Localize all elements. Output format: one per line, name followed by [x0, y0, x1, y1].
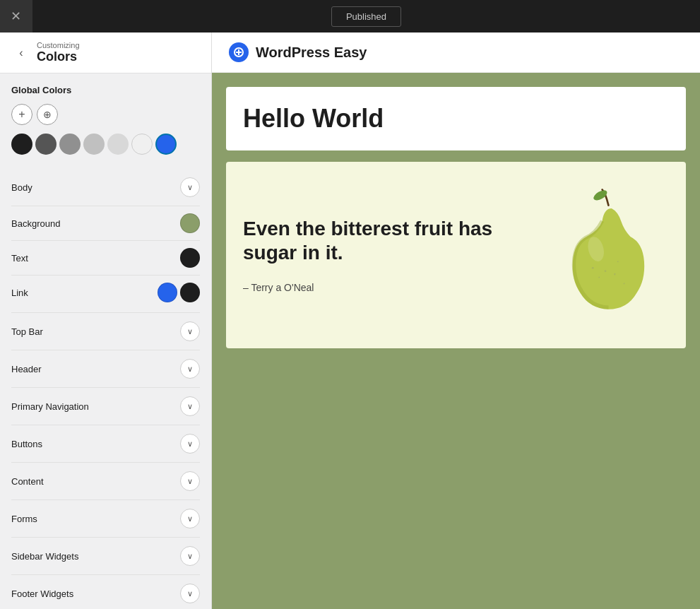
- swatch-darkgray[interactable]: [35, 134, 57, 155]
- site-title: WordPress Easy: [256, 45, 367, 61]
- hello-world-card: Hello World: [226, 87, 686, 150]
- header-header[interactable]: Header ∨: [11, 350, 200, 387]
- sidebar-widgets-label: Sidebar Widgets: [11, 551, 78, 562]
- quote-text-area: Even the bitterest fruit has sugar in it…: [243, 217, 528, 292]
- forms-section: Forms ∨: [11, 499, 200, 537]
- swatch-lightgray[interactable]: [83, 134, 105, 155]
- swatch-lighter[interactable]: [107, 134, 129, 155]
- text-color-swatch[interactable]: [180, 248, 200, 268]
- primary-navigation-header[interactable]: Primary Navigation ∨: [11, 388, 200, 425]
- link-color-swatch-2[interactable]: [180, 283, 200, 302]
- svg-point-8: [617, 261, 619, 262]
- sidebar-widgets-header[interactable]: Sidebar Widgets ∨: [11, 538, 200, 574]
- header-chevron[interactable]: ∨: [180, 359, 200, 379]
- header-label: Header: [11, 364, 42, 374]
- top-bar-label: Top Bar: [11, 326, 43, 337]
- buttons-chevron[interactable]: ∨: [180, 434, 200, 454]
- preview-site-header: WordPress Easy: [212, 32, 700, 73]
- svg-point-6: [598, 276, 600, 278]
- content-chevron[interactable]: ∨: [180, 471, 200, 491]
- sidebar: ‹ Customizing Colors Global Colors + ⊕: [0, 32, 212, 609]
- header-section: Header ∨: [11, 350, 200, 387]
- forms-label: Forms: [11, 514, 37, 524]
- primary-navigation-section: Primary Navigation ∨: [11, 387, 200, 425]
- background-color-swatch[interactable]: [180, 213, 200, 233]
- sidebar-subtitle: Customizing: [37, 41, 80, 49]
- body-chevron[interactable]: ∨: [180, 177, 200, 197]
- swatch-gray[interactable]: [59, 134, 81, 155]
- hello-world-title: Hello World: [243, 104, 669, 134]
- footer-widgets-header[interactable]: Footer Widgets ∨: [11, 575, 200, 609]
- body-label: Body: [11, 182, 32, 193]
- forms-chevron[interactable]: ∨: [180, 509, 200, 528]
- sidebar-header-text: Customizing Colors: [37, 41, 80, 64]
- sidebar-widgets-section: Sidebar Widgets ∨: [11, 537, 200, 574]
- forms-header[interactable]: Forms ∨: [11, 500, 200, 537]
- back-button[interactable]: ‹: [11, 43, 31, 63]
- link-color-pair: [158, 283, 200, 302]
- quote-attribution: – Terry a O'Neal: [243, 282, 528, 293]
- site-logo-icon: [229, 42, 249, 62]
- buttons-header[interactable]: Buttons ∨: [11, 425, 200, 462]
- svg-point-5: [592, 266, 594, 268]
- primary-navigation-label: Primary Navigation: [11, 401, 89, 412]
- pear-image: [542, 184, 669, 326]
- top-bar-header[interactable]: Top Bar ∨: [11, 313, 200, 350]
- sections-list: Top Bar ∨ Header ∨ Primary Navigation ∨: [11, 312, 200, 609]
- color-tools: + ⊕: [11, 104, 200, 125]
- link-label: Link: [11, 288, 28, 298]
- primary-navigation-chevron[interactable]: ∨: [180, 396, 200, 416]
- text-label: Text: [11, 253, 28, 264]
- footer-widgets-label: Footer Widgets: [11, 589, 73, 599]
- footer-widgets-chevron[interactable]: ∨: [180, 584, 200, 603]
- content-label: Content: [11, 476, 44, 487]
- close-button[interactable]: ✕: [0, 0, 32, 32]
- published-button[interactable]: Published: [331, 6, 401, 27]
- svg-point-9: [614, 273, 616, 275]
- logo-svg: [233, 47, 244, 58]
- sidebar-title: Colors: [37, 49, 80, 64]
- footer-widgets-section: Footer Widgets ∨: [11, 574, 200, 609]
- main-layout: ‹ Customizing Colors Global Colors + ⊕: [0, 32, 700, 609]
- top-bar-section: Top Bar ∨: [11, 312, 200, 350]
- sidebar-widgets-chevron[interactable]: ∨: [180, 546, 200, 566]
- swatch-blue[interactable]: [155, 134, 177, 155]
- add-color-button[interactable]: +: [11, 104, 32, 125]
- text-color-row: Text: [11, 240, 200, 275]
- body-expandable-header[interactable]: Body ∨: [11, 169, 200, 206]
- quote-main-text: Even the bitterest fruit has sugar in it…: [243, 217, 528, 264]
- swatch-black[interactable]: [11, 134, 32, 155]
- top-bar: ✕ Published: [0, 0, 700, 32]
- buttons-section: Buttons ∨: [11, 425, 200, 462]
- content-header[interactable]: Content ∨: [11, 463, 200, 499]
- sidebar-header: ‹ Customizing Colors: [0, 32, 211, 73]
- content-section: Content ∨: [11, 462, 200, 499]
- buttons-label: Buttons: [11, 439, 42, 449]
- link-color-swatch-1[interactable]: [158, 283, 177, 302]
- pear-svg: [549, 187, 662, 324]
- top-bar-chevron[interactable]: ∨: [180, 321, 200, 341]
- svg-point-10: [624, 283, 625, 284]
- svg-point-7: [605, 270, 607, 272]
- preview-area: WordPress Easy Hello World Even the bitt…: [212, 32, 700, 609]
- quote-card: Even the bitterest fruit has sugar in it…: [226, 162, 686, 348]
- crosshair-color-button[interactable]: ⊕: [37, 104, 58, 125]
- sidebar-content: Global Colors + ⊕: [0, 73, 211, 609]
- global-colors-title: Global Colors: [11, 85, 200, 95]
- color-swatches: [11, 134, 200, 155]
- preview-content: Hello World Even the bitterest fruit has…: [212, 73, 700, 362]
- link-color-row: Link: [11, 275, 200, 309]
- background-color-row: Background: [11, 206, 200, 240]
- body-section: Body ∨ Background Text Link: [11, 169, 200, 309]
- background-label: Background: [11, 218, 60, 229]
- swatch-verylight[interactable]: [131, 134, 153, 155]
